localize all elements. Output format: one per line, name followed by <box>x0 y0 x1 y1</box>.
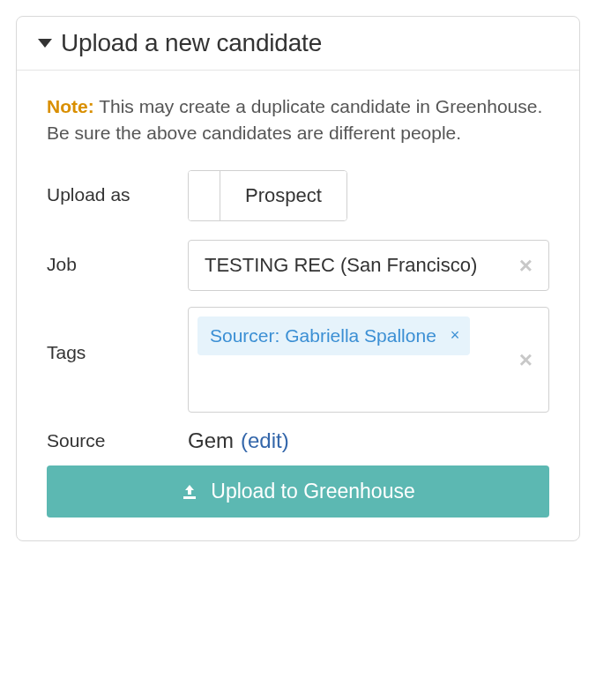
upload-as-option-prospect[interactable]: Prospect <box>220 171 346 220</box>
upload-candidate-panel: Upload a new candidate Note: This may cr… <box>16 16 580 541</box>
caret-down-icon <box>38 39 52 48</box>
upload-as-row: Upload as Prospect <box>47 170 549 224</box>
upload-to-greenhouse-button[interactable]: Upload to Greenhouse <box>47 465 549 518</box>
tags-label: Tags <box>47 307 188 363</box>
panel-body: Note: This may create a duplicate candid… <box>17 71 579 540</box>
panel-header[interactable]: Upload a new candidate <box>17 17 579 71</box>
job-row: Job TESTING REC (San Francisco) × <box>47 240 549 292</box>
upload-icon <box>181 483 198 501</box>
tags-input[interactable]: Sourcer: Gabriella Spallone × × <box>188 307 549 413</box>
tags-row: Tags Sourcer: Gabriella Spallone × × <box>47 307 549 413</box>
source-edit-link[interactable]: (edit) <box>241 428 289 453</box>
svg-rect-0 <box>183 496 196 499</box>
job-select-value: TESTING REC (San Francisco) <box>205 254 477 276</box>
job-clear-icon[interactable]: × <box>519 254 533 277</box>
upload-as-empty-segment[interactable] <box>189 171 220 220</box>
tag-chip-text: Sourcer: Gabriella Spallone <box>210 324 436 347</box>
tag-remove-icon[interactable]: × <box>451 324 460 346</box>
panel-title: Upload a new candidate <box>61 29 322 57</box>
job-label: Job <box>47 240 188 275</box>
duplicate-note: Note: This may create a duplicate candid… <box>47 93 549 147</box>
note-text: This may create a duplicate candidate in… <box>47 96 542 143</box>
tags-clear-icon[interactable]: × <box>519 348 533 371</box>
tag-chip: Sourcer: Gabriella Spallone × <box>197 316 470 354</box>
job-select[interactable]: TESTING REC (San Francisco) × <box>188 240 549 292</box>
source-row: Source Gem (edit) <box>47 428 549 453</box>
note-label: Note: <box>47 96 94 116</box>
upload-as-segmented[interactable]: Prospect <box>188 170 347 221</box>
source-value: Gem <box>188 428 234 453</box>
upload-button-label: Upload to Greenhouse <box>211 480 414 503</box>
source-label: Source <box>47 430 188 451</box>
upload-as-label: Upload as <box>47 170 188 205</box>
